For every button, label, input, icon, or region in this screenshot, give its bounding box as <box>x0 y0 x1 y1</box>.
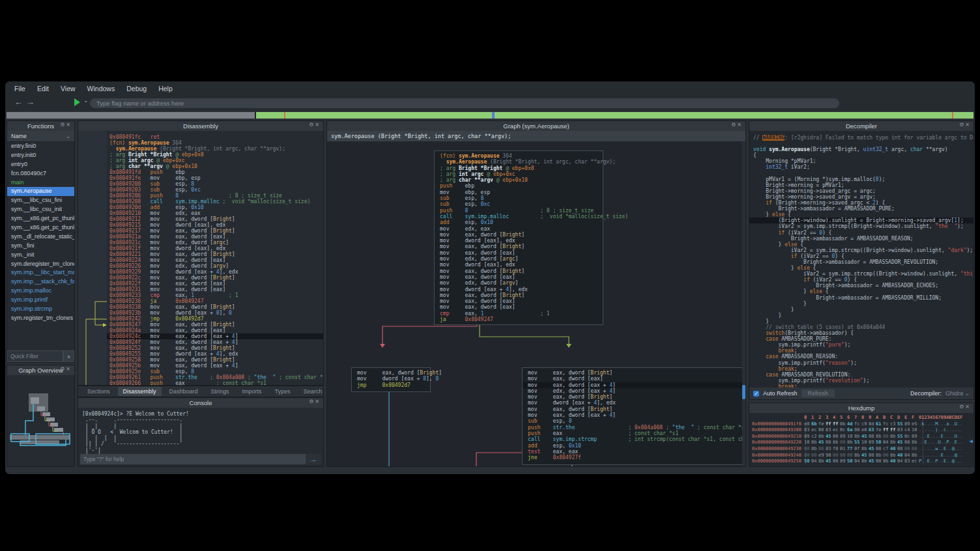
decompiler-line[interactable]: if (iVar2 == 0) { <box>749 230 973 236</box>
close-icon[interactable]: ✕ <box>965 122 971 128</box>
auto-refresh-checkbox[interactable]: ✓ <box>753 391 759 397</box>
play-dropdown-caret[interactable]: ⌄ <box>83 97 89 104</box>
asm-line[interactable]: 0x08049217 mov eax, dword [Bright] <box>107 228 323 234</box>
asm-line[interactable]: ; arg int argc @ ebp+0xc <box>107 158 323 163</box>
asm-line[interactable]: 0x08049210 mov edx, eax <box>107 210 323 216</box>
graph-asm-line[interactable]: mov eax, dword [eax] <box>435 304 603 310</box>
decompiler-line[interactable]: Bright->ambassador = AMBASSADOR_MILLION; <box>749 295 973 301</box>
asm-line[interactable]: 0x08049200 sub esp, 8 <box>107 181 323 187</box>
graph-asm-line[interactable]: mov eax, dword [Bright] <box>435 292 603 298</box>
graph-asm-line[interactable]: push 8 ; 8 ; size_t size <box>435 208 603 214</box>
graph-asm-line[interactable]: mov eax, dword [Bright] <box>435 244 603 249</box>
asm-line[interactable]: 0x080491fd push ebp <box>107 169 323 175</box>
decompiler-line[interactable]: } else { <box>749 289 973 294</box>
graph-asm-line[interactable]: mov eax, dword [eax] <box>435 298 603 304</box>
tab-imports[interactable]: Imports <box>237 387 267 396</box>
tab-disassembly[interactable]: Disassembly <box>118 387 162 396</box>
decompiler-line[interactable]: switch(Bright->ambassador) { <box>749 330 973 336</box>
graph-asm-line[interactable]: ja 0x8049247 <box>435 317 603 322</box>
decompiler-line[interactable]: Bright->morning->saved_argc = argc; <box>749 188 973 194</box>
graph-asm-line[interactable]: add esp, 0x10 <box>435 219 603 225</box>
graph-asm-line[interactable]: mov eax, dword [eax] <box>435 250 603 256</box>
asm-line[interactable]: 0x08049224 mov eax, dword [eax] <box>107 257 323 263</box>
asm-line[interactable]: 0x08049258 mov eax, dword [Bright] <box>107 357 323 363</box>
graph-vertical-scrollbar[interactable] <box>742 141 745 466</box>
hexdump-row[interactable]: 0x00000000080492400000e9900000008b45088b… <box>749 453 973 459</box>
function-item[interactable]: sym.imp.malloc <box>7 287 74 296</box>
asm-line[interactable]: 0x0804925b mov eax, dword [eax + 4] <box>107 363 323 369</box>
hexdump-grid[interactable]: 0123456789ABCDEF0123456789ABCDEF0x000000… <box>749 413 973 466</box>
asm-line[interactable]: 0x08049208 call sym.imp.malloc ; void *m… <box>107 199 323 205</box>
graph-asm-line[interactable]: jmp 0x80492d7 <box>352 382 430 388</box>
tab-strings[interactable]: Strings <box>206 387 235 396</box>
decompiler-line[interactable]: Bright->ambassador = AMBASSADOR_ECHOES; <box>749 283 973 289</box>
graph-asm-line[interactable]: call sym.imp.strcmp ; int strcmp(const c… <box>523 436 745 442</box>
graph-asm-line[interactable]: sub esp, 0xc <box>435 201 603 207</box>
function-item[interactable]: sym._init <box>7 251 74 260</box>
decompiler-line[interactable]: } else { <box>749 265 973 271</box>
decompiler-line[interactable]: iVar2 = sym.imp.strcmp((Bright->window).… <box>749 271 973 277</box>
tab-search[interactable]: Search <box>298 387 328 396</box>
asm-line[interactable]: 0x08049252 mov eax, dword [Bright] <box>107 345 323 351</box>
hexdump-header-row[interactable]: 0123456789ABCDEF0123456789ABCDEF <box>749 415 973 421</box>
asm-line[interactable]: 0x08049226 mov edx, dword [argv] <box>107 263 323 269</box>
menu-file[interactable]: File <box>14 85 25 92</box>
decompiler-line[interactable]: } <box>749 301 973 307</box>
decompiler-line[interactable]: Bright->ambassador = AMBASSADOR_PURE; <box>749 206 973 212</box>
quick-filter-clear-button[interactable]: x <box>63 350 74 362</box>
decompiler-line[interactable]: Bright->ambassador = AMBASSADOR_REVOLUTI… <box>749 259 973 265</box>
decompiler-line[interactable] <box>749 171 973 177</box>
asm-line[interactable]: 0x08049255 mov dword [eax + 4], edx <box>107 351 323 357</box>
function-item[interactable]: sym.deregister_tm_clones <box>7 260 74 269</box>
decompiler-line[interactable]: if (Bright->morning->saved_argc < 2) { <box>749 200 973 206</box>
refresh-button[interactable]: Refresh <box>801 389 835 397</box>
graph-asm-line[interactable]: mov eax, dword [eax + 4] <box>523 412 745 418</box>
asm-line[interactable]: 0x0804924c mov eax, dword [eax + 4] <box>107 333 323 339</box>
function-item[interactable]: sym.__libc_csu_init <box>7 205 74 214</box>
gear-icon[interactable]: ⚙ <box>959 122 965 128</box>
basic-block-true[interactable]: mov eax, dword [Bright]mov dword [eax + … <box>351 367 431 392</box>
decompiler-line[interactable]: if (iVar2 == 0) { <box>749 253 973 259</box>
graph-asm-line[interactable]: mov eax, dword [eax] <box>523 376 745 382</box>
hexdump-row[interactable]: 0x0000000008049220108b45088b008b55108950… <box>749 440 973 446</box>
asm-line[interactable]: 0x0804921c mov edx, dword [argc] <box>107 240 323 246</box>
decompiler-line[interactable]: sym.imp.printf("reason"); <box>749 360 973 366</box>
asm-line[interactable]: ; arg Bright *Bright @ ebp+0x8 <box>107 152 323 158</box>
graph-asm-line[interactable]: push str.the ; 0x804a008 ; "the " ; cons… <box>523 425 745 431</box>
gear-icon[interactable]: ⚙ <box>959 404 965 410</box>
graph-asm-line[interactable]: cmp eax, 1 ; 1 <box>435 311 603 317</box>
decompiler-line[interactable]: Bright->morning = pMVar1; <box>749 182 973 188</box>
back-button[interactable]: ← <box>14 97 23 107</box>
decompiler-line[interactable]: break; <box>749 348 973 354</box>
forward-button[interactable]: → <box>26 97 35 107</box>
gear-icon[interactable]: ⚙ <box>309 122 315 128</box>
asm-line[interactable]: (fcn) sym.Aeropause 364 <box>107 140 323 146</box>
asm-line[interactable]: 0x08049229 mov dword [eax + 4], edx <box>107 269 323 275</box>
asm-line[interactable]: sym.Aeropause (Bright *Bright, int argc,… <box>107 146 323 152</box>
asm-line[interactable]: 0x08049231 mov eax, dword [eax] <box>107 287 323 292</box>
function-item[interactable]: sym.__libc_csu_fini <box>7 196 74 205</box>
asm-line[interactable]: ; arg char **argv @ ebp+0x10 <box>107 163 323 169</box>
function-item[interactable]: sym.imp.__stack_chk_fail <box>7 277 74 287</box>
function-item[interactable]: sym.imp.printf <box>7 296 74 305</box>
close-icon[interactable]: ✕ <box>66 366 72 372</box>
asm-line[interactable]: 0x0804922f mov eax, dword [eax] <box>107 281 323 287</box>
graph-asm-line[interactable]: mov edx, dword [argv] <box>435 280 603 286</box>
graph-asm-line[interactable]: call sym.imp.malloc ; void *malloc(size_… <box>435 214 603 219</box>
decompiler-line[interactable]: Morning *pMVar1; <box>749 158 973 164</box>
address-input[interactable] <box>90 98 839 108</box>
tab-sections[interactable]: Sections <box>82 387 115 396</box>
asm-line[interactable]: 0x0804923b mov dword [eax + 8], 0 <box>107 310 323 316</box>
gear-icon[interactable]: ⚙ <box>60 366 66 372</box>
graph-asm-line[interactable]: mov edx, eax <box>435 226 603 232</box>
menu-help[interactable]: Help <box>158 85 173 92</box>
hexdump-row[interactable]: 0x000000000804921089c28b450889108b45088b… <box>749 434 973 440</box>
asm-line[interactable]: 0x08049261 push str.the ; 0x804a008 ; "t… <box>107 374 323 380</box>
decompiler-line[interactable]: break; <box>749 366 973 372</box>
graph-asm-line[interactable]: add esp, 0x10 <box>523 443 745 449</box>
memory-map-strip[interactable] <box>7 112 973 119</box>
function-item[interactable]: sym.register_tm_clones <box>7 314 74 323</box>
graph-asm-line[interactable]: mov eax, dword [Bright] <box>352 370 430 376</box>
basic-block-false[interactable]: mov eax, dword [Bright]mov eax, dword [e… <box>522 367 745 465</box>
asm-line[interactable]: 0x08049238 mov eax, dword [Bright] <box>107 304 323 310</box>
